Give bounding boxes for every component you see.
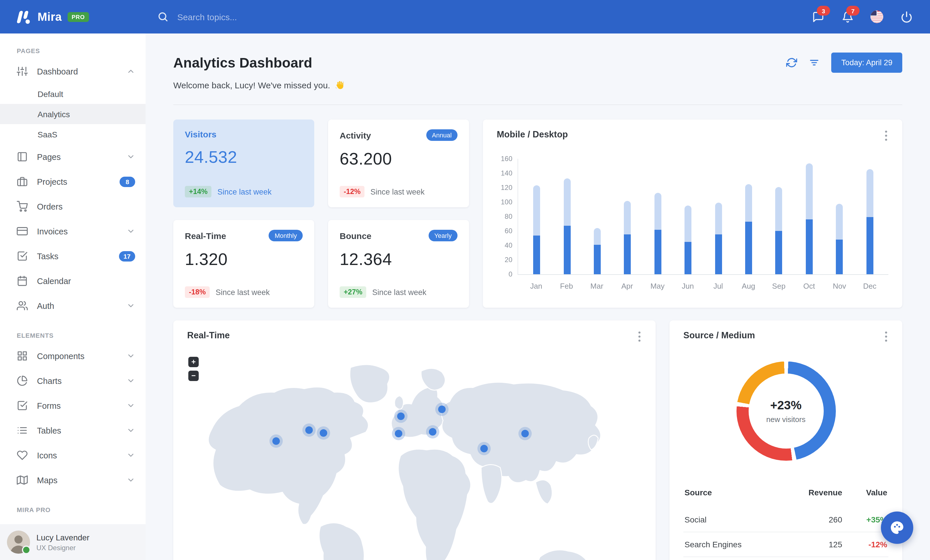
x-tick-label: Sep: [764, 282, 794, 290]
map-marker[interactable]: [305, 427, 313, 434]
check-square-icon: [17, 400, 28, 411]
map-marker[interactable]: [480, 445, 488, 452]
user-profile[interactable]: Lucy Lavender UX Designer: [0, 524, 146, 560]
source-medium-card: Source / Medium +23% new visitors Source…: [670, 321, 902, 560]
bounce-value: 12.364: [340, 250, 457, 269]
sidebar-subitem-analytics[interactable]: Analytics: [0, 104, 146, 124]
sidebar-section-elements: ELEMENTS: [0, 318, 146, 344]
sidebar-item-tables[interactable]: Tables: [0, 418, 146, 443]
sidebar-item-label: Forms: [37, 401, 61, 410]
messages-count-badge: 3: [817, 6, 830, 15]
bar-mar[interactable]: [594, 228, 601, 274]
x-tick-label: Dec: [855, 282, 885, 290]
sidebar-subitem-default[interactable]: Default: [0, 84, 146, 104]
zoom-out-button[interactable]: −: [188, 371, 199, 381]
sidebar-item-forms[interactable]: Forms: [0, 393, 146, 418]
source-table: Source Revenue Value Social260+35%Search…: [684, 480, 888, 560]
sidebar-item-calendar[interactable]: Calendar: [0, 268, 146, 293]
map-marker[interactable]: [320, 429, 327, 437]
sidebar-item-charts[interactable]: Charts: [0, 368, 146, 393]
kebab-menu-icon[interactable]: [884, 129, 888, 142]
bar-jul[interactable]: [715, 203, 722, 275]
power-icon: [900, 11, 912, 23]
header-controls: Today: April 29: [787, 52, 902, 73]
bar-jun[interactable]: [685, 206, 691, 275]
theme-settings-fab[interactable]: [881, 511, 913, 544]
bounce-note: Since last week: [372, 288, 427, 296]
world-map-graphic: [187, 350, 642, 560]
sidebar-subitem-saas[interactable]: SaaS: [0, 124, 146, 144]
realtime-map-card: Real-Time: [173, 321, 656, 560]
donut-center-label: new visitors: [766, 415, 805, 424]
bar-feb[interactable]: [564, 178, 570, 275]
brand[interactable]: Mira PRO: [14, 8, 89, 25]
x-tick-label: Jul: [703, 282, 733, 290]
avatar: [7, 531, 30, 554]
bar-oct[interactable]: [806, 163, 813, 274]
map-marker[interactable]: [429, 428, 436, 436]
bar-dec[interactable]: [866, 169, 873, 274]
sidebar-item-projects[interactable]: Projects 8: [0, 169, 146, 194]
activity-period-pill[interactable]: Annual: [426, 129, 457, 141]
sidebar-item-label: Dashboard: [37, 67, 78, 76]
pro-badge: PRO: [68, 12, 89, 21]
x-tick-label: Feb: [551, 282, 582, 290]
page-title: Analytics Dashboard: [173, 55, 312, 71]
bounce-period-pill[interactable]: Yearly: [429, 230, 457, 241]
kebab-menu-icon[interactable]: [637, 330, 642, 343]
bar-jan[interactable]: [533, 186, 540, 275]
sidebar-item-components[interactable]: Components: [0, 344, 146, 368]
activity-note: Since last week: [370, 187, 425, 196]
x-axis: JanFebMarAprMayJunJulAugSepOctNovDec: [517, 282, 888, 290]
source-table-row: Social260+35%: [684, 508, 888, 532]
realtime-note: Since last week: [216, 288, 270, 296]
bar-sep[interactable]: [776, 187, 782, 275]
search-bar[interactable]: Search topics...: [157, 11, 237, 23]
refresh-icon[interactable]: [787, 57, 798, 68]
map-marker[interactable]: [273, 437, 280, 445]
kebab-menu-icon[interactable]: [884, 330, 888, 343]
sidebar-item-maps[interactable]: Maps: [0, 468, 146, 492]
bar-may[interactable]: [654, 193, 661, 275]
search-icon: [157, 11, 169, 23]
activity-value: 63.200: [340, 150, 457, 169]
sidebar-item-label: Maps: [37, 476, 57, 485]
sidebar-item-dashboard[interactable]: Dashboard: [0, 59, 146, 84]
today-button[interactable]: Today: April 29: [831, 52, 902, 73]
chart-title: Mobile / Desktop: [497, 129, 568, 140]
realtime-value: 1.320: [185, 250, 303, 269]
sidebar-item-auth[interactable]: Auth: [0, 293, 146, 318]
logout-button[interactable]: [900, 11, 913, 23]
sidebar-item-label: Invoices: [37, 227, 68, 236]
map-marker[interactable]: [438, 405, 445, 413]
filter-icon[interactable]: [809, 57, 820, 68]
bar-nov[interactable]: [836, 204, 843, 274]
sidebar-item-orders[interactable]: Orders: [0, 194, 146, 219]
map-marker[interactable]: [521, 430, 528, 437]
sidebar-item-invoices[interactable]: Invoices: [0, 219, 146, 244]
chevron-down-icon: [126, 426, 135, 435]
chevron-down-icon: [126, 451, 135, 460]
notifications-button[interactable]: 7: [841, 11, 854, 23]
x-tick-label: Jun: [673, 282, 703, 290]
sidebar-item-label: Tasks: [37, 252, 59, 261]
stat-cards: Visitors 24.532 +14% Since last week Act…: [173, 120, 469, 308]
visitors-note: Since last week: [217, 187, 272, 196]
calendar-icon: [17, 275, 28, 286]
map-marker[interactable]: [395, 430, 402, 437]
bar-apr[interactable]: [624, 201, 631, 274]
realtime-period-pill[interactable]: Monthly: [269, 230, 303, 241]
world-map[interactable]: + −: [187, 350, 642, 560]
x-tick-label: Apr: [612, 282, 642, 290]
sidebar-item-pages[interactable]: Pages: [0, 144, 146, 169]
bar-aug[interactable]: [745, 184, 752, 275]
zoom-in-button[interactable]: +: [188, 357, 199, 367]
x-tick-label: Nov: [824, 282, 855, 290]
sidebar-item-label: Icons: [37, 451, 57, 460]
messages-button[interactable]: 3: [811, 11, 824, 23]
layout-icon: [17, 151, 28, 162]
language-button[interactable]: [870, 11, 883, 23]
sidebar-item-tasks[interactable]: Tasks 17: [0, 244, 146, 268]
map-marker[interactable]: [397, 413, 405, 420]
sidebar-item-icons[interactable]: Icons: [0, 443, 146, 468]
